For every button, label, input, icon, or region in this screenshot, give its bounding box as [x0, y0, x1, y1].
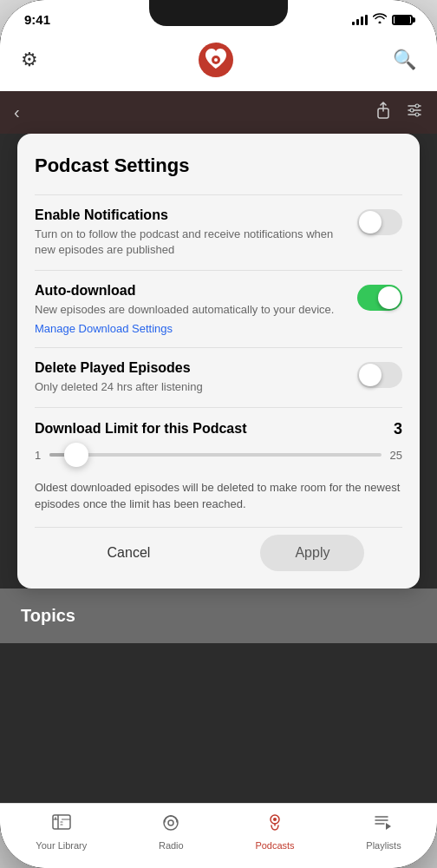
app-header: ⚙ 🔍 — [0, 32, 437, 91]
delete-played-row: Delete Played Episodes Only deleted 24 h… — [35, 347, 402, 407]
phone-screen: 9:41 — [0, 0, 437, 868]
notch — [149, 0, 288, 26]
status-time: 9:41 — [24, 12, 50, 27]
auto-download-text: Auto-download New episodes are downloade… — [35, 283, 357, 334]
download-limit-slider-container: 1 25 — [35, 445, 402, 472]
auto-download-toggle-knob — [378, 286, 401, 309]
signal-icon — [352, 15, 368, 25]
manage-download-settings-link[interactable]: Manage Download Settings — [35, 322, 343, 335]
podcasts-icon — [264, 812, 285, 837]
playlists-icon — [373, 812, 394, 837]
nav-item-playlists[interactable]: Playlists — [366, 812, 401, 851]
apply-button[interactable]: Apply — [260, 535, 364, 571]
topics-title: Topics — [21, 606, 75, 625]
slider-max-label: 25 — [390, 449, 402, 462]
wifi-icon — [373, 13, 387, 26]
settings-icon[interactable]: ⚙ — [21, 49, 38, 71]
search-icon[interactable]: 🔍 — [393, 49, 416, 71]
nav-item-radio[interactable]: Radio — [159, 812, 184, 851]
svg-marker-22 — [386, 823, 391, 830]
radio-icon — [160, 812, 181, 837]
notifications-desc: Turn on to follow the podcast and receiv… — [35, 227, 343, 258]
dark-area: ‹ — [0, 91, 437, 134]
app-logo — [197, 41, 235, 79]
delete-played-label: Delete Played Episodes — [35, 360, 343, 376]
slider-min-label: 1 — [35, 449, 41, 462]
delete-played-desc: Only deleted 24 hrs after listening — [35, 379, 343, 395]
back-button[interactable]: ‹ — [14, 102, 20, 122]
notifications-text: Enable Notifications Turn on to follow t… — [35, 207, 357, 258]
notifications-row: Enable Notifications Turn on to follow t… — [35, 194, 402, 270]
radio-label: Radio — [159, 840, 184, 851]
svg-point-15 — [168, 820, 173, 825]
bottom-nav: Your Library Radio — [0, 803, 437, 868]
auto-download-toggle[interactable] — [357, 285, 402, 311]
svg-point-9 — [415, 113, 419, 116]
auto-download-label: Auto-download — [35, 283, 343, 299]
battery-icon — [392, 15, 413, 25]
phone-frame: 9:41 — [0, 0, 437, 868]
library-icon — [51, 812, 72, 837]
playlists-label: Playlists — [366, 840, 401, 851]
svg-point-8 — [410, 108, 414, 112]
notifications-toggle-knob — [359, 211, 382, 233]
library-label: Your Library — [36, 840, 87, 851]
status-icons — [352, 13, 413, 26]
podcast-settings-modal: Podcast Settings Enable Notifications Tu… — [17, 134, 420, 589]
below-modal: Topics — [0, 589, 437, 643]
auto-download-row: Auto-download New episodes are downloade… — [35, 270, 402, 346]
slider-track[interactable] — [49, 453, 381, 457]
delete-played-text: Delete Played Episodes Only deleted 24 h… — [35, 360, 357, 395]
share-icon[interactable] — [375, 102, 392, 123]
delete-played-toggle[interactable] — [357, 362, 402, 388]
download-limit-label: Download Limit for this Podcast — [35, 421, 246, 437]
svg-point-18 — [273, 818, 277, 821]
action-buttons: Cancel Apply — [35, 527, 402, 571]
delete-played-toggle-knob — [359, 364, 382, 386]
download-limit-row: Download Limit for this Podcast 3 — [35, 407, 402, 445]
nav-item-podcasts[interactable]: Podcasts — [255, 812, 294, 851]
svg-point-7 — [415, 104, 419, 108]
download-limit-info: Oldest downloaded episodes will be delet… — [35, 472, 402, 527]
dark-area-icons — [375, 102, 423, 123]
auto-download-desc: New episodes are downloaded automaticall… — [35, 302, 343, 318]
download-limit-value: 3 — [394, 420, 402, 438]
podcasts-label: Podcasts — [255, 840, 294, 851]
notifications-toggle[interactable] — [357, 209, 402, 235]
cancel-button[interactable]: Cancel — [73, 535, 186, 571]
slider-thumb[interactable] — [64, 443, 88, 467]
filter-settings-icon[interactable] — [406, 102, 423, 123]
modal-title: Podcast Settings — [35, 155, 402, 177]
svg-point-2 — [214, 58, 218, 62]
notifications-label: Enable Notifications — [35, 207, 343, 223]
nav-item-library[interactable]: Your Library — [36, 812, 87, 851]
